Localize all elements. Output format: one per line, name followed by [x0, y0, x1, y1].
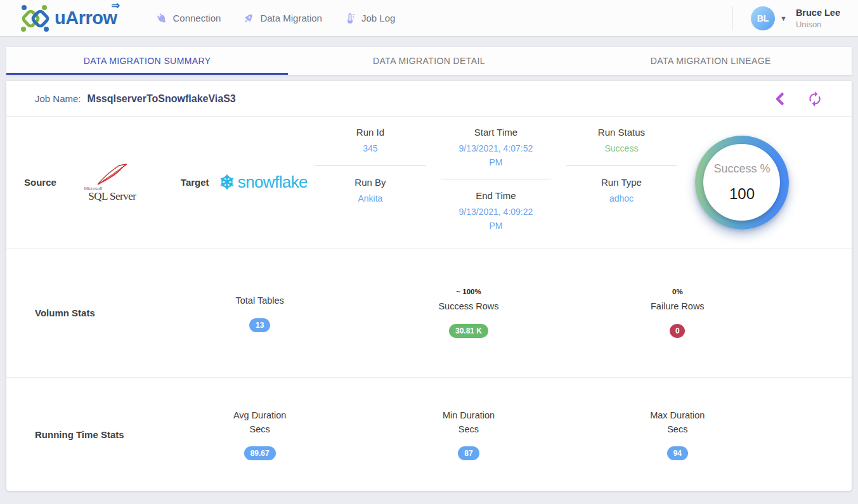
app-title: uArrow⇒ — [55, 8, 117, 29]
start-time-label: Start Time — [433, 127, 559, 138]
job-actions — [772, 91, 823, 107]
gauge-value: 100 — [729, 185, 755, 203]
stat-min-duration: Min Duration Secs 87 — [364, 408, 573, 461]
logo-arrow-icon: ⇒ — [112, 0, 120, 11]
avatar[interactable]: BL — [751, 6, 775, 30]
stat-label-line1: Min Duration — [443, 408, 495, 422]
tab-bar: DATA MIGRATION SUMMARY DATA MIGRATION DE… — [6, 47, 852, 75]
status-column: Run Status Success Run Type adhoc — [559, 117, 684, 205]
stat-badge: 0 — [670, 324, 685, 338]
stat-badge: 13 — [249, 318, 270, 332]
end-time-value: 9/13/2021, 4:09:22 PM — [454, 205, 538, 233]
run-id-value: 345 — [308, 142, 433, 156]
chevron-down-icon[interactable]: ▼ — [780, 15, 787, 22]
stat-badge: 87 — [458, 446, 479, 460]
uarrow-logo-icon — [19, 4, 52, 33]
run-id-label: Run Id — [308, 127, 433, 138]
job-name-value: MssqlserverToSnowflakeViaS3 — [88, 93, 236, 105]
success-gauge-inner: Success % 100 — [703, 144, 780, 221]
sqlserver-logo: Microsoft SQL Server — [77, 163, 148, 202]
sqlserver-swoosh-icon — [94, 163, 131, 186]
back-button[interactable] — [772, 91, 788, 107]
app-logo[interactable]: uArrow⇒ — [19, 4, 117, 33]
thermometer-icon — [344, 12, 356, 25]
run-type-label: Run Type — [559, 177, 684, 188]
job-name-label: Job Name: — [35, 93, 81, 104]
success-gauge: Success % 100 — [695, 136, 789, 229]
running-time-stats-title: Running Time Stats — [35, 429, 155, 440]
volume-stats-section: Volumn Stats Total Tables 13 ~ 100% Succ… — [6, 249, 852, 378]
target-block: Target ❄ snowflake — [181, 172, 308, 192]
nav-label: Data Migration — [260, 13, 322, 23]
user-area: BL ▼ Bruce Lee Unison — [732, 6, 840, 30]
end-time-label: End Time — [433, 190, 559, 201]
tab-data-migration-lineage[interactable]: DATA MIGRATION LINEAGE — [570, 47, 852, 75]
rocket-icon — [242, 12, 255, 25]
field-divider — [441, 179, 551, 179]
run-info-section: Source Microsoft SQL Server Target ❄ sno… — [6, 117, 852, 249]
volume-stats-title: Volumn Stats — [35, 307, 155, 318]
main-nav: Connection Data Migration J — [155, 12, 396, 25]
stat-label-line1: Avg Duration — [233, 408, 287, 422]
stat-badge: 94 — [667, 446, 688, 460]
running-time-stats-section: Running Time Stats Avg Duration Secs 89.… — [6, 378, 852, 491]
stat-avg-duration: Avg Duration Secs 89.67 — [155, 408, 364, 461]
field-divider — [315, 165, 426, 166]
source-block: Source Microsoft SQL Server — [24, 163, 148, 202]
stat-max-duration: Max Duration Secs 94 — [573, 408, 782, 461]
success-gauge-wrap: Success % 100 — [684, 136, 800, 229]
nav-label: Connection — [173, 13, 221, 23]
stat-label-line1: Max Duration — [650, 408, 705, 422]
job-header-row: Job Name: MssqlserverToSnowflakeViaS3 — [6, 81, 852, 117]
run-by-value: Ankita — [308, 192, 433, 206]
sqlserver-wordmark: SQL Server — [77, 191, 148, 202]
user-name: Bruce Lee — [796, 7, 840, 20]
tab-data-migration-summary[interactable]: DATA MIGRATION SUMMARY — [6, 47, 288, 75]
stat-label-line2: Secs — [250, 422, 270, 436]
stat-label: Total Tables — [236, 294, 284, 307]
stat-label-line2: Secs — [667, 422, 687, 436]
stat-label-line2: Secs — [458, 422, 479, 436]
stat-percent: ~ 100% — [456, 288, 481, 296]
stat-badge: 30.81 K — [449, 324, 488, 338]
target-label: Target — [181, 177, 209, 188]
refresh-button[interactable] — [807, 91, 823, 107]
run-status-value: Success — [559, 142, 684, 156]
run-type-value: adhoc — [559, 192, 684, 206]
nav-label: Job Log — [361, 13, 395, 23]
summary-card: Job Name: MssqlserverToSnowflakeViaS3 — [6, 81, 852, 491]
source-label: Source — [24, 177, 56, 188]
app-header: uArrow⇒ Connection Data Migration — [0, 0, 858, 37]
gauge-label: Success % — [713, 162, 770, 176]
stat-label: Success Rows — [438, 299, 498, 313]
snowflake-wordmark: snowflake — [238, 172, 308, 192]
stat-success-rows: ~ 100% Success Rows 30.81 K — [364, 288, 573, 337]
plug-icon — [155, 12, 168, 25]
user-org: Unison — [796, 20, 840, 29]
snowflake-logo: ❄ snowflake — [219, 172, 308, 192]
nav-item-data-migration[interactable]: Data Migration — [242, 12, 322, 25]
stat-label: Failure Rows — [651, 299, 705, 313]
header-divider — [732, 6, 733, 30]
tab-data-migration-detail[interactable]: DATA MIGRATION DETAIL — [288, 47, 569, 75]
field-divider — [566, 165, 677, 166]
stat-failure-rows: 0% Failure Rows 0 — [573, 288, 782, 337]
time-column: Start Time 9/13/2021, 4:07:52 PM End Tim… — [433, 117, 559, 233]
stat-percent: 0% — [672, 288, 683, 296]
run-id-column: Run Id 345 Run By Ankita — [308, 117, 433, 205]
snowflake-icon: ❄ — [219, 173, 235, 192]
start-time-value: 9/13/2021, 4:07:52 PM — [454, 142, 538, 169]
run-status-label: Run Status — [559, 127, 684, 138]
stat-total-tables: Total Tables 13 — [155, 294, 364, 332]
nav-item-job-log[interactable]: Job Log — [344, 12, 395, 25]
stat-badge: 89.67 — [244, 446, 276, 460]
nav-item-connection[interactable]: Connection — [155, 12, 221, 25]
run-by-label: Run By — [308, 177, 433, 188]
